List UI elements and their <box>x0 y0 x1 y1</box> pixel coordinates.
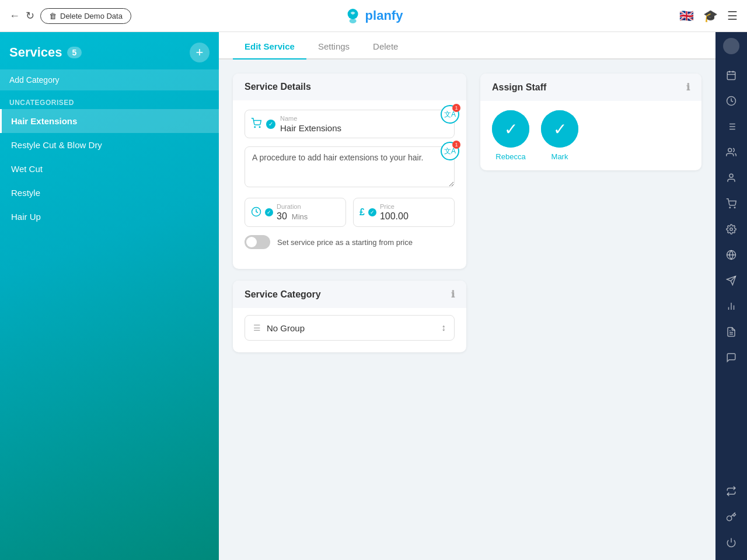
power-icon[interactable] <box>720 531 743 554</box>
right-nav-circle <box>723 38 739 54</box>
name-check-badge: ✓ <box>266 120 275 129</box>
topbar: ← ↻ 🗑 Delete Demo Data planfy 🇬🇧 🎓 ☰ <box>0 0 747 32</box>
svg-point-20 <box>730 228 733 231</box>
staff-item-mark[interactable]: ✓ Mark <box>541 110 578 161</box>
service-category-card: Service Category ℹ ☰ No Group ↕ <box>233 281 466 352</box>
content-area: Edit Service Settings Delete Service Det… <box>219 32 715 560</box>
staff-name-mark: Mark <box>551 152 568 161</box>
settings-icon[interactable] <box>720 218 743 241</box>
cart-icon[interactable] <box>720 192 743 215</box>
arrows-icon[interactable] <box>720 480 743 503</box>
trash-icon: 🗑 <box>49 12 57 20</box>
staff-avatar-mark: ✓ <box>541 110 578 148</box>
price-icon: £ <box>359 207 365 218</box>
name-input-row: ✓ Name <box>245 110 455 138</box>
menu-button[interactable]: ☰ <box>727 9 738 23</box>
flag-icon: 🇬🇧 <box>679 9 694 23</box>
price-value: 100.00 <box>380 211 448 222</box>
translate-badge-desc[interactable]: 文A 1 <box>441 142 459 160</box>
service-details-header: Service Details <box>233 74 466 100</box>
duration-icon <box>251 206 261 219</box>
chart-icon[interactable] <box>720 295 743 318</box>
name-label: Name <box>280 115 448 122</box>
users-icon[interactable] <box>720 141 743 164</box>
sidebar-count: 5 <box>67 47 82 58</box>
report-icon[interactable] <box>720 320 743 344</box>
list-icon[interactable] <box>720 115 743 138</box>
price-field[interactable]: £ ✓ Price 100.00 <box>353 198 455 227</box>
logo: planfy <box>344 7 403 24</box>
person-icon[interactable] <box>720 166 743 190</box>
sidebar: Services 5 + Add Category Uncategorised … <box>0 32 219 560</box>
sidebar-title: Services 5 <box>9 45 82 60</box>
svg-point-2 <box>254 127 256 128</box>
svg-point-16 <box>728 148 732 152</box>
tab-delete[interactable]: Delete <box>361 32 410 60</box>
staff-name-rebecca: Rebecca <box>495 152 525 161</box>
staff-info-icon[interactable]: ℹ <box>686 82 690 93</box>
add-category-button[interactable]: Add Category <box>0 69 219 90</box>
svg-point-3 <box>259 127 260 128</box>
sidebar-item-restyle[interactable]: Restyle <box>0 181 219 205</box>
group-value: No Group <box>267 323 435 333</box>
staff-list: ✓ Rebecca ✓ Mark <box>480 101 701 170</box>
refresh-button[interactable]: ↻ <box>26 9 34 22</box>
staff-item-rebecca[interactable]: ✓ Rebecca <box>492 110 529 161</box>
graduation-icon: 🎓 <box>703 9 718 23</box>
tab-settings[interactable]: Settings <box>306 32 361 60</box>
duration-price-row: ✓ Duration 30 Mins £ <box>245 198 455 227</box>
starting-price-toggle[interactable] <box>245 235 270 249</box>
group-select[interactable]: ☰ No Group ↕ <box>245 315 455 341</box>
right-nav <box>715 32 747 560</box>
globe-icon[interactable] <box>720 243 743 267</box>
description-textarea[interactable]: A procedure to add hair extensions to yo… <box>245 146 455 187</box>
add-service-button[interactable]: + <box>190 43 210 62</box>
send-icon[interactable] <box>720 269 743 292</box>
key-icon[interactable] <box>720 505 743 528</box>
svg-point-19 <box>734 207 735 208</box>
name-input[interactable] <box>280 123 448 133</box>
duration-check-badge: ✓ <box>265 208 273 216</box>
cart-icon <box>251 118 261 131</box>
price-check-badge: ✓ <box>368 208 376 216</box>
tabs-bar: Edit Service Settings Delete <box>219 32 715 60</box>
calendar-icon[interactable] <box>720 64 743 87</box>
message-icon[interactable] <box>720 346 743 369</box>
description-group: A procedure to add hair extensions to yo… <box>245 146 455 190</box>
svg-rect-5 <box>727 72 735 80</box>
sidebar-header: Services 5 + <box>0 32 219 69</box>
svg-point-18 <box>729 207 731 208</box>
translate-badge-name[interactable]: 文A 1 <box>441 105 459 124</box>
assign-staff-header: Assign Staff ℹ <box>480 74 701 101</box>
staff-avatar-rebecca: ✓ <box>492 110 529 148</box>
category-info-icon[interactable]: ℹ <box>451 289 455 300</box>
section-label-uncategorised: Uncategorised <box>0 94 219 109</box>
sidebar-item-hair-up[interactable]: Hair Up <box>0 205 219 229</box>
duration-suffix: Mins <box>292 212 308 221</box>
logo-icon <box>344 7 362 24</box>
tab-edit-service[interactable]: Edit Service <box>233 32 306 60</box>
chevron-updown-icon: ↕ <box>441 323 446 333</box>
svg-point-1 <box>350 19 357 23</box>
lines-icon: ☰ <box>253 323 261 332</box>
sidebar-section-uncategorised: Uncategorised Hair Extensions Restyle Cu… <box>0 90 219 232</box>
clock-icon[interactable] <box>720 89 743 113</box>
duration-field[interactable]: ✓ Duration 30 Mins <box>245 198 346 227</box>
sidebar-item-hair-extensions[interactable]: Hair Extensions <box>0 109 219 133</box>
assign-staff-card: Assign Staff ℹ ✓ Rebecca ✓ Mark <box>480 74 701 170</box>
toggle-label: Set service price as a starting from pri… <box>277 238 413 247</box>
sidebar-item-wet-cut[interactable]: Wet Cut <box>0 157 219 181</box>
content-body: Service Details <box>219 60 715 560</box>
duration-value: 30 <box>277 211 287 222</box>
delete-demo-button[interactable]: 🗑 Delete Demo Data <box>40 8 131 24</box>
sidebar-item-restyle-cut[interactable]: Restyle Cut & Blow Dry <box>0 133 219 157</box>
service-details-card: Service Details <box>233 74 466 269</box>
back-button[interactable]: ← <box>9 10 20 22</box>
starting-price-toggle-row: Set service price as a starting from pri… <box>245 235 455 249</box>
service-category-header: Service Category ℹ <box>233 281 466 308</box>
svg-point-17 <box>729 174 733 177</box>
name-field-group: ✓ Name 文A 1 <box>245 110 455 138</box>
